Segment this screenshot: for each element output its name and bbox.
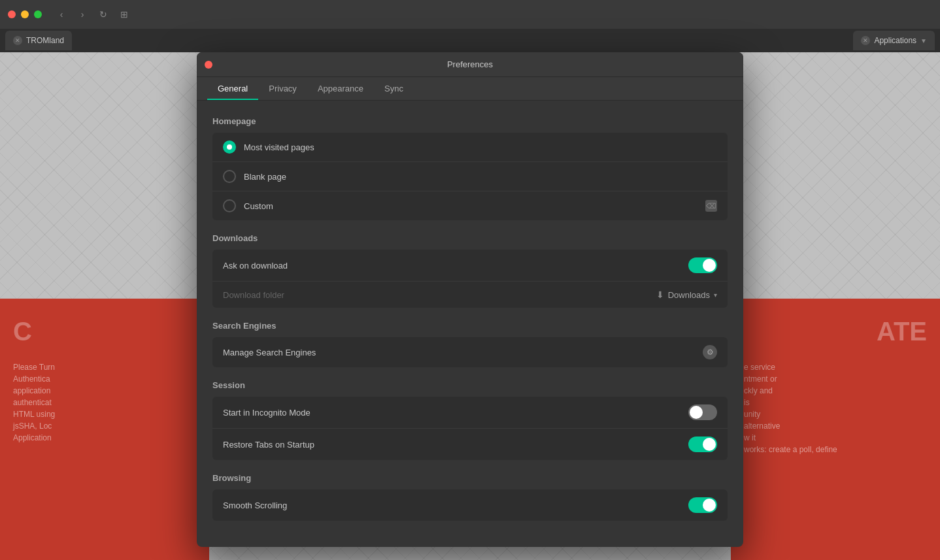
tab-general[interactable]: General — [207, 77, 258, 100]
incognito-mode-toggle[interactable] — [688, 404, 717, 420]
ask-on-download-toggle[interactable] — [688, 257, 717, 273]
downloads-section-title: Downloads — [212, 233, 728, 243]
modal-content: Homepage Most visited pages Blank page — [197, 101, 743, 547]
download-folder-select[interactable]: ⬇ Downloads ▾ — [656, 289, 717, 300]
restore-tabs-label: Restore Tabs on Startup — [223, 440, 688, 450]
search-engines-section-box: Manage Search Engines ⚙ — [212, 337, 728, 367]
radio-most-visited[interactable] — [223, 140, 236, 154]
folder-download-icon: ⬇ — [656, 289, 664, 300]
browser-titlebar: ‹ › ↻ ⊞ — [0, 0, 940, 29]
modal-close-button[interactable] — [205, 61, 212, 69]
smooth-scrolling-label: Smooth Scrolling — [223, 501, 688, 510]
ask-on-download-row: Ask on download — [212, 250, 728, 282]
tab-applications[interactable]: ✕ Applications ▼ — [853, 31, 935, 50]
browser-window: ‹ › ↻ ⊞ ✕ TROMland ✕ Applications ▼ C Pl… — [0, 0, 940, 560]
tab-bar: ✕ TROMland ✕ Applications ▼ — [0, 29, 940, 52]
tab-dropdown-icon[interactable]: ▼ — [920, 37, 927, 44]
preferences-modal: Preferences General Privacy Appearance S… — [197, 52, 743, 547]
homepage-blank-row[interactable]: Blank page — [212, 162, 728, 191]
modal-titlebar: Preferences — [197, 52, 743, 77]
homepage-custom-row[interactable]: Custom ⌫ — [212, 191, 728, 220]
blank-page-label: Blank page — [244, 172, 717, 182]
download-folder-label: Download folder — [223, 290, 656, 300]
tab-tromland-label: TROMland — [26, 36, 64, 45]
tab-sync[interactable]: Sync — [374, 77, 414, 100]
nav-buttons: ‹ › ↻ ⊞ — [52, 5, 133, 24]
tab-privacy[interactable]: Privacy — [258, 77, 307, 100]
forward-button[interactable]: › — [73, 5, 92, 24]
folder-dropdown-arrow[interactable]: ▾ — [714, 291, 717, 299]
manage-search-gear-icon[interactable]: ⚙ — [703, 345, 717, 359]
restore-tabs-row: Restore Tabs on Startup — [212, 429, 728, 460]
homepage-section-title: Homepage — [212, 116, 728, 126]
custom-label: Custom — [244, 201, 705, 211]
tab-close-applications[interactable]: ✕ — [861, 36, 870, 45]
custom-row-right: ⌫ — [705, 200, 717, 212]
traffic-light-yellow[interactable] — [21, 10, 29, 18]
tab-appearance[interactable]: Appearance — [307, 77, 374, 100]
session-section-title: Session — [212, 380, 728, 390]
manage-search-engines-row[interactable]: Manage Search Engines ⚙ — [212, 337, 728, 367]
back-button[interactable]: ‹ — [52, 5, 71, 24]
tab-close-tromland[interactable]: ✕ — [13, 36, 22, 45]
reload-button[interactable]: ↻ — [94, 5, 112, 24]
search-engines-section-title: Search Engines — [212, 321, 728, 331]
most-visited-label: Most visited pages — [244, 142, 717, 152]
traffic-light-red[interactable] — [8, 10, 16, 18]
custom-clear-icon[interactable]: ⌫ — [705, 200, 717, 212]
smooth-scrolling-row: Smooth Scrolling — [212, 489, 728, 521]
homepage-most-visited-row[interactable]: Most visited pages — [212, 133, 728, 162]
homepage-section-box: Most visited pages Blank page Custom ⌫ — [212, 133, 728, 220]
new-tab-button[interactable]: ⊞ — [115, 5, 133, 24]
modal-tabs: General Privacy Appearance Sync — [197, 77, 743, 101]
browsing-section-title: Browsing — [212, 473, 728, 483]
restore-tabs-toggle[interactable] — [688, 436, 717, 452]
session-section-box: Start in Incognito Mode Restore Tabs on … — [212, 397, 728, 460]
manage-search-engines-label: Manage Search Engines — [223, 348, 703, 357]
traffic-light-green[interactable] — [34, 10, 42, 18]
downloads-section-box: Ask on download Download folder ⬇ Downlo… — [212, 250, 728, 308]
ask-on-download-label: Ask on download — [223, 261, 688, 271]
tab-applications-label: Applications — [874, 36, 916, 45]
modal-overlay: Preferences General Privacy Appearance S… — [0, 52, 940, 560]
browsing-section-box: Smooth Scrolling — [212, 489, 728, 521]
radio-blank-page[interactable] — [223, 170, 236, 183]
download-folder-name: Downloads — [668, 290, 710, 300]
download-folder-row: Download folder ⬇ Downloads ▾ — [212, 282, 728, 308]
incognito-mode-label: Start in Incognito Mode — [223, 408, 688, 418]
modal-title: Preferences — [447, 59, 493, 69]
smooth-scrolling-toggle[interactable] — [688, 497, 717, 513]
radio-custom[interactable] — [223, 199, 236, 212]
incognito-mode-row: Start in Incognito Mode — [212, 397, 728, 429]
tab-tromland[interactable]: ✕ TROMland — [5, 31, 72, 50]
